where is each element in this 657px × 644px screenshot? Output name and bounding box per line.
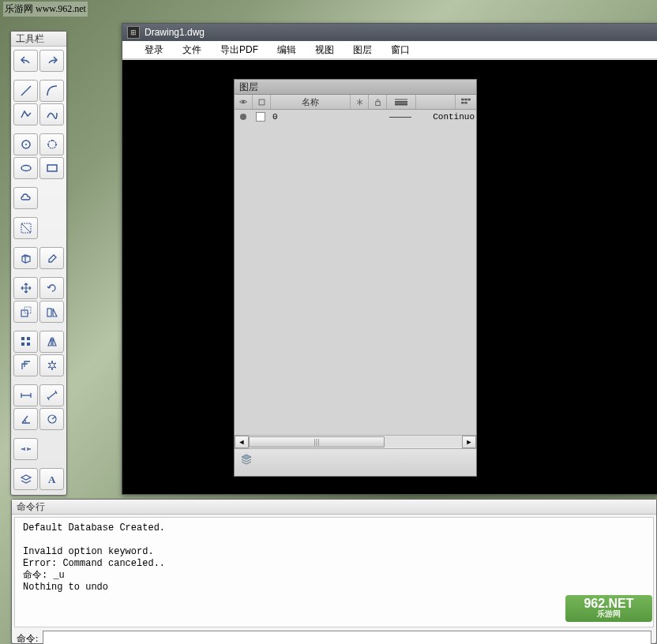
menu-edit[interactable]: 编辑 xyxy=(271,42,302,58)
col-lock[interactable] xyxy=(369,95,387,109)
scroll-right-button[interactable]: ► xyxy=(462,436,476,448)
rectangle-icon xyxy=(46,162,58,174)
menu-window[interactable]: 窗口 xyxy=(385,42,416,58)
app-titlebar[interactable]: ⊞ Drawing1.dwg xyxy=(122,24,657,41)
move-button[interactable] xyxy=(13,277,38,299)
dimension-linear-icon xyxy=(20,389,32,402)
svg-line-23 xyxy=(47,397,49,400)
scroll-thumb[interactable]: ||| xyxy=(249,436,385,447)
layer-panel-title[interactable]: 图层 xyxy=(235,80,476,95)
move-icon xyxy=(20,282,32,294)
dimension-aligned-button[interactable] xyxy=(39,384,64,406)
spline-button[interactable] xyxy=(39,103,64,125)
color-swatch-icon xyxy=(256,112,265,122)
mirror-button[interactable] xyxy=(39,331,64,353)
col-name[interactable]: 名称 xyxy=(271,95,351,109)
visibility-dot-icon xyxy=(240,114,246,120)
redo-icon xyxy=(46,54,58,67)
scroll-track[interactable]: ||| xyxy=(249,436,462,447)
col-lineweight[interactable] xyxy=(387,95,416,109)
svg-point-4 xyxy=(47,144,49,145)
line-button[interactable] xyxy=(13,80,38,102)
svg-rect-16 xyxy=(21,343,24,346)
mirror-scale-icon xyxy=(46,305,58,318)
erase-button[interactable] xyxy=(39,247,64,269)
dimension-angular-icon xyxy=(20,413,32,425)
svg-rect-8 xyxy=(47,165,57,171)
dimension-angular-button[interactable] xyxy=(13,408,38,430)
svg-point-5 xyxy=(55,144,57,145)
circle-button[interactable] xyxy=(13,133,38,155)
app-title: Drawing1.dwg xyxy=(145,24,205,41)
svg-point-3 xyxy=(48,140,56,148)
menu-layer[interactable]: 图层 xyxy=(347,42,378,58)
col-settings[interactable] xyxy=(456,95,476,109)
command-input[interactable] xyxy=(43,631,651,644)
lineweight-sample-icon xyxy=(389,117,411,118)
layer-hscroll[interactable]: ◄ ||| ► xyxy=(235,435,476,448)
col-edit[interactable] xyxy=(253,95,271,109)
svg-text:A: A xyxy=(48,474,56,485)
array-icon xyxy=(20,335,32,348)
rotate-button[interactable] xyxy=(39,277,64,299)
settings-icon xyxy=(460,98,471,106)
logo-big: 962.NET xyxy=(584,598,633,608)
site-logo: 962.NET 乐游网 xyxy=(565,595,652,622)
rectangle-button[interactable] xyxy=(39,157,64,179)
logo-small: 乐游网 xyxy=(597,608,621,619)
svg-line-10 xyxy=(21,223,31,233)
svg-point-6 xyxy=(51,140,53,141)
text-button[interactable]: A xyxy=(39,468,64,490)
svg-rect-17 xyxy=(27,343,30,346)
menubar: 登录 文件 导出PDF 编辑 视图 图层 窗口 xyxy=(122,41,657,59)
undo-icon xyxy=(20,54,32,67)
select-window-button[interactable] xyxy=(13,217,38,239)
menu-login[interactable]: 登录 xyxy=(138,42,170,58)
svg-rect-38 xyxy=(464,102,467,104)
command-window-title: 命令行 xyxy=(12,500,656,515)
svg-rect-37 xyxy=(461,102,464,104)
col-freeze[interactable] xyxy=(351,95,369,109)
explode-icon xyxy=(46,359,58,372)
ellipse-button[interactable] xyxy=(13,157,38,179)
text-icon: A xyxy=(46,473,58,485)
layer-header: 名称 xyxy=(235,95,476,110)
layers-button[interactable] xyxy=(13,468,38,490)
array-button[interactable] xyxy=(13,331,38,353)
redo-button[interactable] xyxy=(39,50,64,72)
dimension-linear-button[interactable] xyxy=(13,384,38,406)
menu-view[interactable]: 视图 xyxy=(309,42,340,58)
spline-icon xyxy=(46,108,58,121)
arc-icon xyxy=(46,84,58,97)
svg-line-0 xyxy=(21,86,31,95)
svg-rect-30 xyxy=(375,101,380,105)
arc-button[interactable] xyxy=(39,80,64,102)
dimension-aligned-icon xyxy=(46,389,58,402)
mirror-scale-button[interactable] xyxy=(39,301,64,323)
layer-footer xyxy=(235,448,476,470)
undo-button[interactable] xyxy=(13,50,38,72)
col-visibility[interactable] xyxy=(235,95,253,109)
explode-button[interactable] xyxy=(39,354,64,376)
offset-button[interactable] xyxy=(13,354,38,376)
command-input-row: 命令: xyxy=(12,630,656,644)
svg-point-2 xyxy=(25,144,27,145)
svg-rect-14 xyxy=(21,337,24,340)
menu-export-pdf[interactable]: 导出PDF xyxy=(214,42,265,58)
dimension-radius-button[interactable] xyxy=(39,408,64,430)
circle-3pt-icon xyxy=(46,138,58,151)
offset-icon xyxy=(20,359,32,372)
menu-file[interactable]: 文件 xyxy=(176,42,208,58)
scale-button[interactable] xyxy=(13,301,38,323)
scroll-left-button[interactable]: ◄ xyxy=(235,436,249,448)
layer-stack-button[interactable] xyxy=(239,452,253,466)
layer-row[interactable]: 0 Continuo xyxy=(235,110,476,124)
box3d-button[interactable] xyxy=(13,247,38,269)
circle-3pt-button[interactable] xyxy=(39,133,64,155)
cloud-icon xyxy=(20,192,32,204)
polyline-button[interactable] xyxy=(13,103,38,125)
eye-icon xyxy=(238,97,248,107)
layer-stack-icon xyxy=(240,453,253,466)
break-button[interactable] xyxy=(13,438,38,460)
cloud-button[interactable] xyxy=(13,187,38,209)
